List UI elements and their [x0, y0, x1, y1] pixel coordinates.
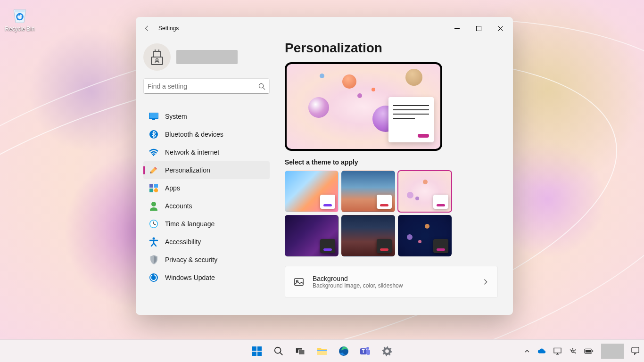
svg-rect-40 [554, 348, 561, 353]
row-title: Background [313, 275, 403, 282]
svg-rect-55 [632, 347, 639, 353]
settings-window: Settings SystemBluetooth & devicesNetwor… [136, 17, 513, 315]
svg-point-4 [156, 59, 158, 61]
update-icon [149, 273, 158, 282]
nav-item-accessibility[interactable]: Accessibility [143, 233, 270, 251]
start-button[interactable] [247, 341, 267, 361]
task-view-button[interactable] [290, 341, 310, 361]
apps-icon [149, 183, 158, 193]
svg-rect-25 [252, 346, 256, 351]
nav-item-bluetooth[interactable]: Bluetooth & devices [143, 125, 270, 143]
avatar [143, 43, 171, 71]
system-icon [149, 112, 158, 121]
maximize-button[interactable] [468, 19, 489, 38]
settings-taskbar-button[interactable] [377, 341, 397, 361]
minimize-button[interactable] [446, 19, 468, 38]
svg-point-5 [259, 83, 263, 88]
theme-option-4[interactable] [341, 215, 395, 256]
nav-label: Personalization [165, 166, 210, 174]
nav-label: Windows Update [165, 274, 215, 281]
network-icon [149, 148, 158, 157]
nav-item-update[interactable]: Windows Update [143, 269, 270, 287]
svg-point-29 [275, 347, 281, 353]
svg-rect-32 [298, 350, 305, 354]
search-icon [258, 83, 265, 90]
svg-rect-8 [149, 113, 158, 118]
theme-option-2[interactable] [398, 171, 452, 212]
display-icon[interactable] [551, 341, 564, 361]
svg-rect-53 [592, 350, 593, 352]
nav-item-network[interactable]: Network & internet [143, 143, 270, 161]
search-box[interactable] [143, 78, 270, 94]
search-button[interactable] [269, 341, 289, 361]
search-input[interactable] [148, 82, 258, 90]
notifications-button[interactable] [628, 341, 642, 361]
svg-point-11 [153, 155, 154, 156]
svg-rect-54 [586, 350, 591, 352]
svg-rect-26 [257, 346, 262, 351]
chevron-right-icon [482, 279, 489, 285]
nav-label: Privacy & security [165, 256, 217, 263]
theme-preview[interactable] [285, 62, 442, 151]
preview-mini-window [388, 97, 434, 142]
account-header[interactable] [143, 40, 270, 78]
back-button[interactable] [138, 19, 157, 38]
svg-rect-13 [154, 184, 158, 188]
taskbar: T [0, 339, 644, 362]
svg-rect-14 [149, 189, 153, 192]
nav-item-time[interactable]: Time & language [143, 215, 270, 233]
nav-item-personalization[interactable]: Personalization [143, 161, 270, 179]
svg-point-21 [153, 238, 155, 240]
time-icon [149, 219, 158, 229]
nav-item-apps[interactable]: Apps [143, 179, 270, 197]
window-title: Settings [158, 25, 179, 32]
tray-overflow-button[interactable] [521, 341, 533, 361]
bluetooth-icon [149, 130, 158, 139]
accounts-icon [149, 201, 158, 211]
theme-option-1[interactable] [341, 171, 395, 212]
teams-button[interactable]: T [355, 341, 375, 361]
svg-rect-2 [476, 26, 481, 31]
content-area: Personalization Select a theme to apply [277, 40, 513, 315]
nav-list: SystemBluetooth & devicesNetwork & inter… [143, 107, 270, 287]
svg-line-30 [280, 352, 283, 355]
recycle-bin-icon[interactable]: Recycle Bin [4, 4, 36, 32]
svg-point-16 [151, 202, 156, 206]
nav-label: Bluetooth & devices [165, 131, 223, 138]
recycle-bin-glyph [9, 4, 30, 25]
accessibility-icon [149, 237, 158, 247]
theme-option-5[interactable] [398, 215, 452, 256]
svg-rect-23 [295, 279, 303, 286]
theme-grid [285, 171, 498, 256]
nav-label: Accessibility [165, 238, 201, 246]
svg-point-38 [366, 347, 369, 350]
svg-rect-28 [257, 352, 262, 356]
nav-item-system[interactable]: System [143, 107, 270, 125]
picture-icon [294, 277, 304, 287]
close-button[interactable] [489, 19, 511, 38]
background-setting-row[interactable]: Background Background image, color, slid… [285, 266, 498, 298]
row-subtitle: Background image, color, slideshow [313, 282, 403, 289]
nav-label: Time & language [165, 220, 215, 228]
privacy-icon [149, 255, 158, 264]
personalization-icon [149, 165, 158, 175]
usb-icon[interactable] [566, 341, 579, 361]
svg-rect-9 [152, 119, 155, 120]
svg-rect-34 [317, 350, 327, 351]
nav-label: Accounts [165, 202, 192, 210]
file-explorer-button[interactable] [312, 341, 332, 361]
theme-option-0[interactable] [285, 171, 339, 212]
theme-option-3[interactable] [285, 215, 339, 256]
edge-button[interactable] [334, 341, 354, 361]
svg-rect-27 [252, 352, 256, 356]
nav-item-accounts[interactable]: Accounts [143, 197, 270, 215]
titlebar: Settings [136, 17, 513, 40]
account-name-redacted [176, 50, 238, 64]
clock-area[interactable] [598, 341, 627, 361]
battery-icon[interactable] [581, 341, 596, 361]
onedrive-icon[interactable] [535, 341, 549, 361]
page-title: Personalization [285, 41, 498, 56]
svg-rect-15 [153, 188, 158, 192]
svg-point-39 [385, 349, 389, 353]
nav-item-privacy[interactable]: Privacy & security [143, 251, 270, 269]
